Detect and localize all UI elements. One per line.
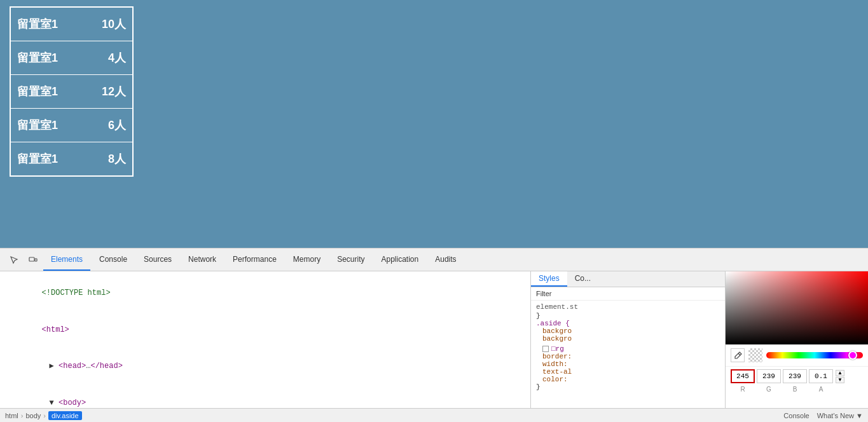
bottom-console-tab[interactable]: Console [783,412,809,419]
main-page-area: 留置室1 10人 留置室1 4人 留置室1 12人 留置室1 6人 留置室1 8… [0,0,868,248]
style-prop-textal: text-al [536,368,720,376]
hue-bar[interactable] [766,352,863,358]
tab-computed[interactable]: Co... [567,271,598,287]
b-label: B [783,386,807,393]
style-prop-color: color: [536,376,720,383]
style-block-close1: } [536,312,720,320]
color-swatch[interactable] [542,346,549,352]
room-label-2: 留置室1 [17,50,58,65]
breadcrumb-body[interactable]: body [25,412,41,419]
devtools-panel: Elements Console Sources Network Perform… [0,248,868,422]
tab-memory[interactable]: Memory [286,248,328,271]
styles-tab-bar: Styles Co... [531,271,725,287]
rgba-decrement[interactable]: ▼ [836,377,844,383]
breadcrumb-html[interactable]: html [5,412,18,419]
aside-style-rule: .aside { backgro backgro [536,320,720,343]
tab-sources[interactable]: Sources [136,248,179,271]
html-tree-panel[interactable]: <!DOCTYPE html> <html> ▶ <head>…</head> … [0,271,531,408]
color-gradient-area[interactable] [726,271,868,344]
room-label-3: 留置室1 [17,84,58,99]
style-prop-border: border: [536,353,720,360]
eyedropper-button[interactable] [731,348,745,362]
blue-input[interactable] [783,369,807,383]
html-line-html: <html> [5,312,525,349]
aside-item-5[interactable]: 留置室1 8人 [11,142,132,175]
color-controls-row [726,344,868,367]
color-swatch-row: □rg [536,345,720,353]
style-block-close2: } [536,383,720,391]
green-input[interactable] [757,369,781,383]
room-count-5: 8人 [108,151,126,167]
room-count-2: 4人 [108,50,126,65]
room-label-5: 留置室1 [17,151,58,167]
tab-audits[interactable]: Audits [427,248,464,271]
rgba-stepper: ▲ ▼ [836,370,844,383]
aside-item-4[interactable]: 留置室1 6人 [11,109,132,142]
devtools-body: <!DOCTYPE html> <html> ▶ <head>…</head> … [0,271,868,408]
style-prop-backgro2: backgro [536,335,720,343]
hue-thumb [848,351,857,360]
aside-panel: 留置室1 10人 留置室1 4人 留置室1 12人 留置室1 6人 留置室1 8… [10,6,134,177]
tab-styles[interactable]: Styles [531,271,567,287]
hue-bar-row [766,352,863,358]
rgba-increment[interactable]: ▲ [836,370,844,376]
breadcrumb-bar: html › body › div.aside Console What's N… [0,408,868,422]
html-line-doctype: <!DOCTYPE html> [5,275,525,312]
styles-content: element.st } .aside { backgro backgro □r… [531,301,725,408]
tab-security[interactable]: Security [329,248,372,271]
select-element-icon[interactable] [5,251,23,269]
element-style-label: element.st [536,303,720,311]
g-label: G [757,386,781,393]
tab-application[interactable]: Application [374,248,427,271]
r-label: R [731,386,755,393]
rgba-input-row: ▲ ▼ [726,367,868,386]
styles-panel: Styles Co... Filter element.st } .aside … [531,271,725,408]
device-toolbar-icon[interactable] [24,251,42,269]
svg-rect-0 [29,257,34,261]
html-line-head[interactable]: ▶ <head>…</head> [5,348,525,385]
tab-console[interactable]: Console [92,248,135,271]
room-count-4: 6人 [108,118,126,133]
breadcrumb-sep2: › [43,412,46,419]
bottom-whatsnew-tab[interactable]: What's New ▼ [817,412,863,419]
svg-rect-1 [35,259,37,261]
breadcrumb-sep1: › [21,412,24,419]
style-prop-width: width: [536,360,720,368]
html-line-body: ▼ <body> [5,385,525,408]
gradient-inner [726,271,868,344]
tab-network[interactable]: Network [181,248,224,271]
aside-item-2[interactable]: 留置室1 4人 [11,41,132,75]
filter-label: Filter [536,290,551,297]
devtools-toolbar: Elements Console Sources Network Perform… [0,248,868,271]
red-input[interactable] [731,369,755,383]
room-label-4: 留置室1 [17,118,58,133]
color-picker-panel: ▲ ▼ R G B A [725,271,868,408]
rgba-inputs [731,369,833,383]
a-label: A [809,386,833,393]
checkerboard-swatch [748,348,762,362]
breadcrumb-div-aside[interactable]: div.aside [48,411,82,420]
rgba-labels: R G B A [726,386,868,395]
room-count-3: 12人 [102,84,126,99]
room-count-1: 10人 [102,17,126,32]
tab-elements[interactable]: Elements [43,248,90,271]
styles-filter-area: Filter [531,287,725,301]
style-prop-backgro1: backgro [536,327,720,335]
rgba-text: □rg [551,345,564,353]
tab-performance[interactable]: Performance [225,248,284,271]
alpha-input[interactable] [809,369,833,383]
aside-item-1[interactable]: 留置室1 10人 [11,8,132,41]
room-label-1: 留置室1 [17,17,58,32]
aside-selector: .aside { [536,320,720,327]
aside-item-3[interactable]: 留置室1 12人 [11,75,132,109]
